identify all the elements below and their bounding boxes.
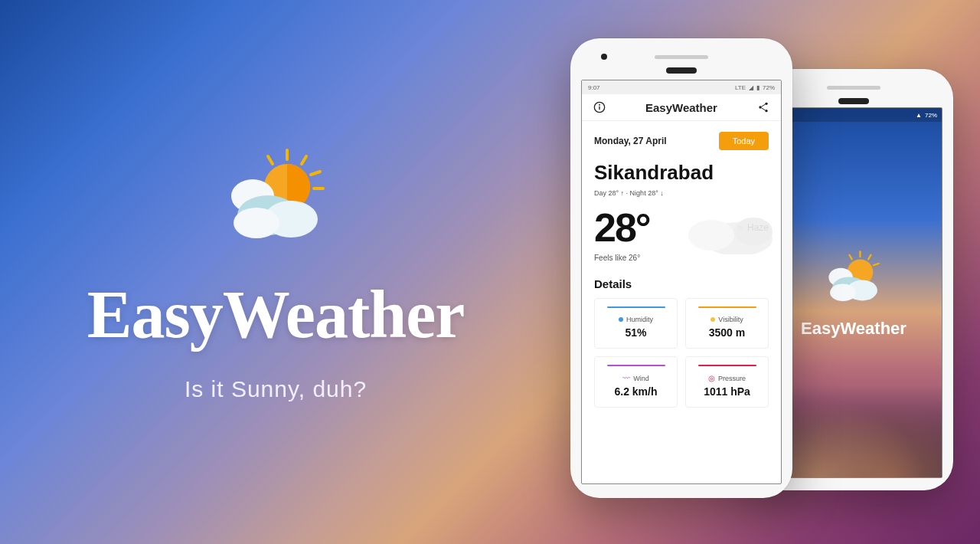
pressure-value: 1011 hPa — [691, 385, 763, 398]
share-icon[interactable] — [756, 100, 770, 114]
pressure-card: ◎Pressure 1011 hPa — [685, 356, 769, 408]
visibility-label: Visibility — [718, 316, 743, 323]
wind-value: 6.2 km/h — [599, 385, 672, 398]
droplet-icon — [619, 317, 623, 322]
temperature: 28° — [594, 205, 650, 251]
svg-point-26 — [688, 220, 734, 251]
signal-icon: ◢ — [749, 84, 753, 91]
hero-title: EasyWeather — [87, 276, 465, 353]
signal-icon: ▲ — [916, 112, 922, 119]
info-icon[interactable] — [593, 100, 606, 114]
svg-point-18 — [830, 283, 856, 301]
splash-title: EasyWeather — [801, 319, 906, 339]
visibility-card: Visibility 3500 m — [685, 298, 769, 349]
svg-point-23 — [759, 106, 761, 108]
status-bar: 9:07 LTE ◢ ▮ 72% — [582, 80, 781, 94]
svg-line-11 — [868, 255, 871, 260]
cloud-bg-icon — [669, 201, 776, 254]
weather-logo-icon — [214, 143, 337, 253]
wind-label: Wind — [633, 375, 649, 382]
date-text: Monday, 27 April — [594, 136, 667, 146]
humidity-card: Humidity 51% — [594, 298, 678, 349]
details-grid: Humidity 51% Visibility 3500 m 〰Wind 6.2… — [594, 298, 769, 408]
svg-line-13 — [849, 255, 851, 260]
hero-tagline: Is it Sunny, duh? — [185, 376, 367, 402]
today-button[interactable]: Today — [719, 132, 769, 150]
svg-point-24 — [765, 110, 767, 112]
battery-text: 72% — [925, 112, 937, 119]
status-time: 9:07 — [588, 84, 600, 91]
svg-point-22 — [765, 103, 767, 105]
battery-icon: ▮ — [756, 84, 760, 91]
status-network: LTE — [735, 84, 746, 91]
wind-icon: 〰 — [622, 374, 630, 382]
sun-icon — [710, 317, 715, 322]
humidity-value: 51% — [599, 326, 672, 339]
details-heading: Details — [594, 277, 769, 290]
visibility-value: 3500 m — [691, 326, 763, 339]
svg-line-2 — [311, 172, 320, 175]
gauge-icon: ◎ — [708, 374, 715, 382]
svg-line-3 — [268, 156, 273, 164]
app-title: EasyWeather — [645, 101, 717, 114]
feels-like: Feels like 26° — [594, 254, 769, 262]
splash-logo-icon — [819, 247, 888, 311]
day-night-temps: Day 28° ↑ · Night 28° ↓ — [594, 189, 769, 197]
svg-line-12 — [874, 264, 879, 265]
svg-point-9 — [234, 208, 279, 238]
app-header: EasyWeather — [582, 94, 781, 121]
humidity-label: Humidity — [626, 316, 653, 323]
svg-point-21 — [599, 104, 600, 105]
phone-main: 9:07 LTE ◢ ▮ 72% EasyWeather Monday, 27 … — [570, 38, 792, 498]
pressure-label: Pressure — [718, 375, 746, 382]
wind-card: 〰Wind 6.2 km/h — [594, 356, 678, 408]
status-battery: 72% — [763, 84, 775, 91]
city-name: Sikandrabad — [594, 161, 769, 185]
hero: EasyWeather Is it Sunny, duh? — [0, 0, 551, 544]
svg-line-1 — [302, 156, 306, 164]
svg-point-27 — [734, 218, 773, 245]
